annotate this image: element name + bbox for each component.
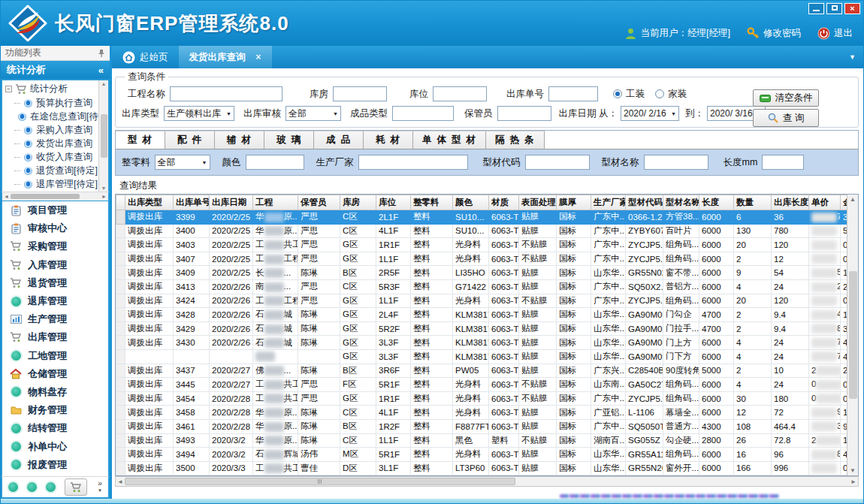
sidebar-menu-item[interactable]: 退库管理 — [2, 292, 108, 310]
table-cell[interactable]: 6000 — [699, 238, 734, 252]
table-cell[interactable]: 2L1F — [376, 210, 411, 225]
table-cell[interactable]: 国标 — [557, 378, 591, 392]
table-cell[interactable]: 6063-T5 — [489, 349, 519, 364]
table-cell[interactable]: 门勾企 — [663, 308, 699, 322]
table-cell[interactable]: KLM3817 — [453, 321, 489, 336]
table-cell[interactable]: G区 — [340, 336, 376, 350]
table-cell[interactable]: 6063-T5 — [489, 308, 519, 322]
table-cell[interactable]: 陈琳 — [298, 475, 340, 476]
table-cell[interactable]: 5000 — [699, 364, 734, 378]
material-tab[interactable]: 辅材 — [215, 131, 264, 149]
table-cell[interactable]: 5R3F — [376, 279, 411, 294]
scroll-up-icon[interactable]: ▲ — [101, 81, 107, 86]
table-row[interactable]: 调拨出库34372020/2/27佛...陈琳B区3R6F整料PW056063-… — [116, 364, 857, 378]
table-cell[interactable]: 整料 — [411, 461, 453, 475]
table-cell[interactable]: 国标 — [557, 349, 591, 364]
column-header[interactable]: 颜色 — [453, 195, 489, 210]
table-row[interactable]: 调拨出库34242020/2/26工工程严思G区1L1F整料光身料6063-T5… — [116, 294, 857, 308]
scrollbar-thumb[interactable] — [11, 194, 80, 199]
table-cell[interactable]: 3424 — [174, 294, 210, 308]
table-cell[interactable]: LT3P60 — [453, 461, 489, 475]
tree-item[interactable]: 退货查询[待定] — [5, 164, 98, 177]
table-cell[interactable]: 6000 — [699, 349, 734, 364]
table-cell[interactable]: 96 — [772, 448, 809, 462]
table-cell[interactable]: 整料 — [411, 378, 453, 392]
table-cell[interactable]: 6000 — [699, 224, 734, 238]
table-cell[interactable]: 2020/2/27 — [210, 378, 253, 392]
table-cell[interactable]: 3407 — [174, 252, 210, 266]
table-cell[interactable]: 光身料 — [453, 406, 489, 420]
table-cell[interactable]: 468 — [809, 308, 841, 322]
table-cell[interactable]: 24 — [772, 378, 809, 392]
column-header[interactable]: 出库类型 — [125, 195, 174, 210]
table-cell[interactable]: 整料 — [411, 224, 453, 238]
table-cell[interactable]: 90度转角 — [663, 364, 699, 378]
table-cell[interactable]: 2020/3/4 — [210, 475, 253, 476]
table-cell[interactable]: 6063-T5 — [489, 419, 519, 433]
table-cell[interactable]: 整料 — [411, 391, 453, 406]
group-header-statistics[interactable]: 统计分析 « — [1, 61, 110, 79]
table-cell[interactable]: 窗不带... — [663, 266, 699, 280]
table-cell[interactable]: 光身料 — [453, 294, 489, 308]
table-cell[interactable]: C28540B — [626, 364, 663, 378]
row-gutter[interactable] — [116, 210, 125, 225]
change-password[interactable]: 修改密码 — [747, 27, 801, 40]
table-cell[interactable]: 调拨出库 — [125, 252, 174, 266]
table-cell[interactable]: 山东华... — [591, 321, 626, 336]
table-cell[interactable]: 调拨出库 — [125, 210, 174, 225]
table-cell[interactable]: 广东中... — [591, 419, 626, 433]
table-cell[interactable]: 整料 — [411, 279, 453, 294]
search-button[interactable]: 查 询 — [753, 109, 819, 127]
tree-item[interactable]: 收货入库查询 — [5, 150, 98, 164]
table-cell[interactable] — [809, 238, 841, 252]
table-cell[interactable]: 3493 — [174, 433, 210, 448]
table-row[interactable]: 调拨出库34942020/3/2石辉城汤伟M区5R1F整料光身料6063-T5贴… — [116, 448, 857, 462]
table-cell[interactable]: G区 — [340, 238, 376, 252]
table-cell[interactable]: 306 — [809, 419, 841, 433]
table-cell[interactable]: 调拨出库 — [125, 378, 174, 392]
table-row[interactable]: 调拨出库34292020/2/26石城陈琳G区5R2F整料KLM38176063… — [116, 321, 857, 336]
table-cell[interactable]: 华原... — [253, 433, 298, 448]
table-cell[interactable]: 工工程 — [253, 294, 298, 308]
table-cell[interactable]: G区 — [340, 294, 376, 308]
table-cell[interactable]: 陈琳 — [298, 364, 340, 378]
table-cell[interactable]: 6063-T5 — [489, 224, 519, 238]
table-cell[interactable]: 贴膜 — [519, 279, 557, 294]
table-cell[interactable]: 陈琳 — [298, 406, 340, 420]
table-cell[interactable]: GA90M09. — [626, 349, 663, 364]
table-cell[interactable]: PW05 — [453, 364, 489, 378]
scroll-down-icon[interactable]: ▼ — [850, 467, 856, 474]
table-cell[interactable]: 5R1F — [376, 378, 411, 392]
table-cell[interactable]: 组角码... — [663, 252, 699, 266]
table-cell[interactable]: F8877FT — [453, 419, 489, 433]
radio-gongzhuang[interactable]: 工装 — [613, 88, 645, 101]
table-cell[interactable]: 石城 — [253, 336, 298, 350]
table-cell[interactable]: 方管38... — [663, 210, 699, 225]
sidebar-menu-item[interactable]: 工地管理 — [2, 347, 108, 365]
row-gutter[interactable] — [116, 266, 125, 280]
whole-part-select[interactable]: 全部▼ — [155, 155, 210, 170]
table-cell[interactable]: 国标 — [557, 391, 591, 406]
table-row[interactable]: 调拨出库34582020/2/28华原...陈琳C区4L1F整料光身料6063-… — [116, 406, 857, 420]
sidebar-menu-item[interactable]: 项目管理 — [2, 201, 108, 219]
location-input[interactable] — [433, 86, 487, 101]
table-cell[interactable]: 光身料 — [453, 391, 489, 406]
table-cell[interactable]: 75 — [809, 336, 841, 350]
table-cell[interactable]: G区 — [340, 308, 376, 322]
table-cell[interactable]: 2020/2/25 — [210, 252, 253, 266]
grid-vertical-scrollbar[interactable]: ▲ ▼ — [847, 195, 858, 475]
table-cell[interactable]: SQ5050T20 — [626, 419, 663, 433]
table-cell[interactable]: 勾企硬... — [663, 433, 699, 448]
circle-icon[interactable] — [46, 482, 56, 492]
table-cell[interactable]: 国标 — [557, 364, 591, 378]
tab-overflow-icon[interactable]: ▼ — [841, 46, 863, 68]
row-gutter[interactable] — [116, 321, 125, 336]
table-cell[interactable]: C区 — [340, 224, 376, 238]
table-cell[interactable]: 工共工程 — [253, 475, 298, 476]
table-row[interactable]: G区3L3F整料KLM38176063-T5贴膜国标山东华...GA90M09.… — [116, 349, 857, 364]
scroll-left-icon[interactable]: ◄ — [4, 194, 9, 199]
table-cell[interactable]: 75 — [809, 349, 841, 364]
table-cell[interactable]: 6 — [734, 210, 772, 225]
table-cell[interactable]: 3454 — [174, 391, 210, 406]
table-cell[interactable]: 3461 — [174, 419, 210, 433]
